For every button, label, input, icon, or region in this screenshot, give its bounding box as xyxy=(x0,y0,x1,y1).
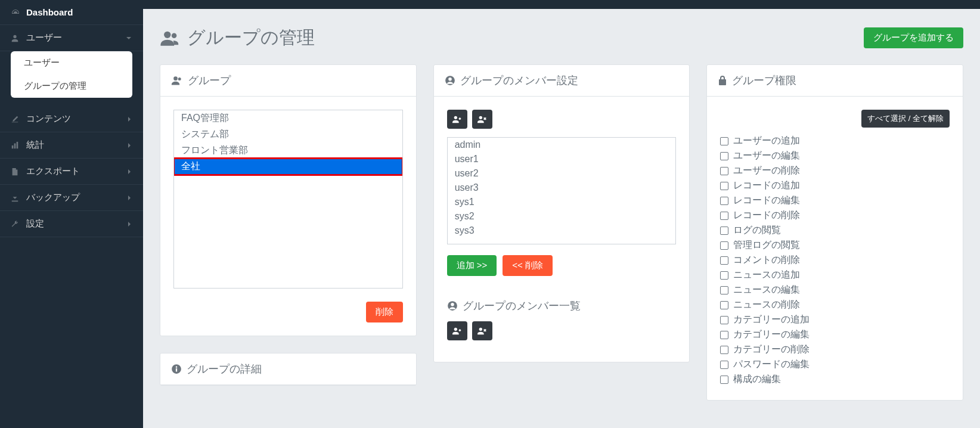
svg-rect-3 xyxy=(17,141,18,148)
checkbox-icon[interactable] xyxy=(720,316,728,324)
permissions-panel-title: グループ権限 xyxy=(732,73,796,88)
permission-item[interactable]: カテゴリーの編集 xyxy=(720,327,950,342)
checkbox-icon[interactable] xyxy=(720,346,728,354)
permission-label: カテゴリーの編集 xyxy=(733,328,810,341)
members-panel: グループのメンバー設定 adminuser1us xyxy=(433,64,690,362)
user-option[interactable]: sys3 xyxy=(448,224,676,238)
permission-label: ログの閲覧 xyxy=(733,224,781,237)
user-icon xyxy=(11,34,20,42)
permission-item[interactable]: ニュースの追加 xyxy=(720,268,950,283)
group-option[interactable]: システム部 xyxy=(174,126,402,142)
svg-rect-9 xyxy=(176,368,177,372)
permission-item[interactable]: ユーザーの削除 xyxy=(720,163,950,178)
user-add-icon-button-2[interactable] xyxy=(447,321,467,340)
permission-item[interactable]: 構成の編集 xyxy=(720,372,950,387)
user-option[interactable]: user2 xyxy=(448,166,676,181)
nav-users[interactable]: ユーザー xyxy=(0,25,143,51)
groups-panel: グループ FAQ管理部システム部フロント営業部全社 削除 xyxy=(160,64,417,336)
users-icon xyxy=(171,75,183,86)
permission-item[interactable]: ログの閲覧 xyxy=(720,223,950,238)
nav-backup[interactable]: バックアップ xyxy=(0,185,143,211)
nav-backup-label: バックアップ xyxy=(26,192,80,203)
group-option[interactable]: フロント営業部 xyxy=(174,142,402,159)
sidebar: Dashboard ユーザー ユーザー グループの管理 コンテンツ xyxy=(0,0,143,428)
nav-users-submenu: ユーザー グループの管理 xyxy=(11,51,132,98)
users-listbox[interactable]: adminuser1user2user3sys1sys2sys3 xyxy=(447,137,677,244)
file-icon xyxy=(11,168,20,176)
user-remove-icon-button-2[interactable] xyxy=(472,321,492,340)
svg-rect-1 xyxy=(12,145,14,148)
checkbox-icon[interactable] xyxy=(720,212,728,220)
nav-export[interactable]: エクスポート xyxy=(0,159,143,185)
delete-group-button[interactable]: 削除 xyxy=(366,302,403,322)
permission-item[interactable]: ニュースの編集 xyxy=(720,283,950,297)
permission-label: レコードの削除 xyxy=(733,209,800,222)
permission-item[interactable]: パスワードの編集 xyxy=(720,357,950,372)
permission-item[interactable]: ユーザーの追加 xyxy=(720,134,950,148)
checkbox-icon[interactable] xyxy=(720,182,728,190)
svg-rect-19 xyxy=(719,79,726,85)
nav-export-label: エクスポート xyxy=(26,166,80,177)
user-option[interactable]: sys2 xyxy=(448,209,676,224)
checkbox-icon[interactable] xyxy=(720,271,728,280)
permission-item[interactable]: カテゴリーの削除 xyxy=(720,342,950,357)
user-option[interactable]: user3 xyxy=(448,181,676,195)
checkbox-icon[interactable] xyxy=(720,331,728,339)
svg-point-12 xyxy=(448,77,452,81)
nav-dashboard[interactable]: Dashboard xyxy=(0,0,143,25)
stats-icon xyxy=(11,141,20,150)
subnav-users[interactable]: ユーザー xyxy=(11,51,132,75)
members-list-title: グループのメンバー一覧 xyxy=(463,299,581,313)
permission-item[interactable]: コメントの削除 xyxy=(720,253,950,268)
svg-point-13 xyxy=(454,116,457,119)
permission-label: ユーザーの削除 xyxy=(733,165,800,177)
nav-contents-label: コンテンツ xyxy=(26,113,71,125)
permission-item[interactable]: レコードの追加 xyxy=(720,178,950,193)
page-title: グループの管理 xyxy=(160,26,315,50)
user-option[interactable]: user1 xyxy=(448,152,676,166)
toggle-all-permissions-button[interactable]: すべて選択 / 全て解除 xyxy=(861,110,950,128)
permission-label: カテゴリーの削除 xyxy=(733,343,810,356)
group-option[interactable]: 全社 xyxy=(174,159,402,175)
add-group-button[interactable]: グループを追加する xyxy=(864,27,963,48)
nav-contents[interactable]: コンテンツ xyxy=(0,106,143,132)
checkbox-icon[interactable] xyxy=(720,197,728,205)
dashboard-icon xyxy=(11,8,20,17)
permission-item[interactable]: レコードの削除 xyxy=(720,208,950,223)
permission-label: パスワードの編集 xyxy=(733,358,810,371)
user-remove-icon-button[interactable] xyxy=(472,110,492,129)
details-panel-title: グループの詳細 xyxy=(187,362,262,376)
checkbox-icon[interactable] xyxy=(720,241,728,250)
permission-item[interactable]: ユーザーの編集 xyxy=(720,148,950,163)
checkbox-icon[interactable] xyxy=(720,301,728,309)
checkbox-icon[interactable] xyxy=(720,286,728,294)
subnav-group-management[interactable]: グループの管理 xyxy=(11,75,132,98)
remove-member-button[interactable]: << 削除 xyxy=(503,255,553,276)
permission-label: カテゴリーの追加 xyxy=(733,314,810,326)
checkbox-icon[interactable] xyxy=(720,152,728,160)
permission-item[interactable]: レコードの編集 xyxy=(720,193,950,208)
checkbox-icon[interactable] xyxy=(720,137,728,145)
group-option[interactable]: FAQ管理部 xyxy=(174,110,402,126)
permission-label: ニュースの編集 xyxy=(733,284,800,296)
user-circle-icon xyxy=(447,300,458,311)
checkbox-icon[interactable] xyxy=(720,167,728,175)
checkbox-icon[interactable] xyxy=(720,361,728,369)
checkbox-icon[interactable] xyxy=(720,376,728,384)
user-add-icon-button[interactable] xyxy=(447,110,467,129)
groups-listbox[interactable]: FAQ管理部システム部フロント営業部全社 xyxy=(173,110,403,289)
permission-item[interactable]: 管理ログの閲覧 xyxy=(720,238,950,253)
user-option[interactable]: sys1 xyxy=(448,195,676,209)
checkbox-icon[interactable] xyxy=(720,256,728,265)
svg-point-14 xyxy=(479,116,482,119)
nav-stats[interactable]: 統計 xyxy=(0,132,143,159)
groups-panel-title: グループ xyxy=(188,73,231,88)
svg-point-0 xyxy=(13,35,16,38)
add-member-button[interactable]: 追加 >> xyxy=(447,255,497,276)
nav-settings[interactable]: 設定 xyxy=(0,211,143,237)
checkbox-icon[interactable] xyxy=(720,227,728,235)
permission-item[interactable]: カテゴリーの追加 xyxy=(720,312,950,327)
permission-item[interactable]: ニュースの削除 xyxy=(720,297,950,312)
svg-point-18 xyxy=(479,328,482,331)
user-option[interactable]: admin xyxy=(448,138,676,152)
